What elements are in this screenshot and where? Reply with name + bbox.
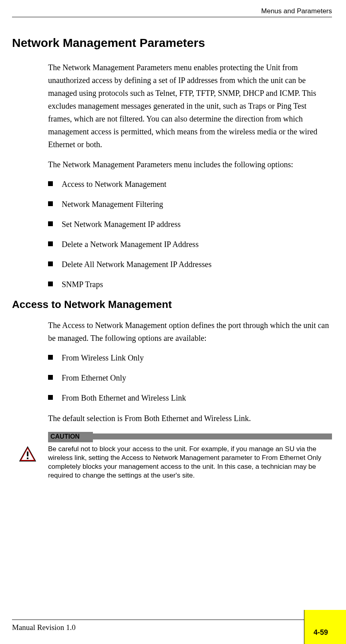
paragraph-default: The default selection is From Both Ether… — [48, 412, 332, 425]
options-list-2: From Wireless Link Only From Ethernet On… — [48, 352, 332, 404]
page-number: 4-59 — [314, 628, 328, 637]
yellow-tab — [304, 610, 346, 644]
paragraph-access-lead: The Access to Network Management option … — [48, 319, 332, 344]
list-item: From Both Ethernet and Wireless Link — [48, 392, 332, 404]
list-item: Delete a Network Management IP Address — [48, 238, 332, 250]
header-section-title: Menus and Parameters — [261, 7, 332, 15]
heading-2: Access to Network Management — [12, 298, 332, 311]
paragraph-intro: The Network Management Parameters menu e… — [48, 61, 332, 151]
options-list-1: Access to Network Management Network Man… — [48, 178, 332, 290]
caution-label: CAUTION — [48, 432, 93, 442]
list-item: Delete All Network Management IP Address… — [48, 258, 332, 270]
caution-body: Be careful not to block your access to t… — [48, 445, 332, 480]
list-item: From Wireless Link Only — [48, 352, 332, 364]
list-item: Access to Network Management — [48, 178, 332, 190]
list-item: Set Network Management IP address — [48, 218, 332, 230]
warning-triangle-icon — [19, 446, 36, 462]
footer-rule — [12, 620, 304, 620]
page-footer: Manual Revision 1.0 — [12, 620, 346, 632]
header-rule — [12, 17, 332, 17]
caution-header: CAUTION — [48, 432, 332, 442]
caution-bar — [93, 433, 332, 439]
list-item: From Ethernet Only — [48, 372, 332, 384]
caution-box: CAUTION Be careful not to block your acc… — [48, 432, 332, 480]
svg-rect-2 — [27, 452, 28, 456]
svg-rect-3 — [27, 458, 28, 459]
caution-text: Be careful not to block your access to t… — [48, 445, 332, 480]
list-item: SNMP Traps — [48, 278, 332, 290]
heading-1: Network Management Parameters — [12, 36, 332, 50]
revision-text: Manual Revision 1.0 — [12, 623, 346, 632]
paragraph-options-lead: The Network Management Parameters menu i… — [48, 158, 332, 171]
page-content: Network Management Parameters The Networ… — [12, 36, 332, 480]
list-item: Network Management Filtering — [48, 198, 332, 210]
